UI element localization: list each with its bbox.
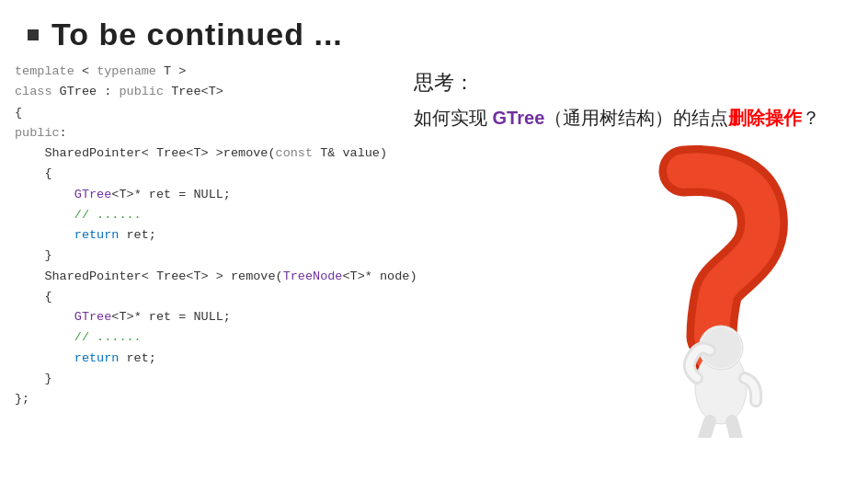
- question-gtree: GTree: [493, 108, 545, 128]
- code-line-12: }: [15, 246, 386, 266]
- main-content: template < typename T > class GTree : pu…: [0, 62, 868, 410]
- question-delete: 删除操作: [728, 108, 802, 128]
- code-line-6: {: [15, 164, 386, 184]
- question-part2: （通用树结构）的结点: [544, 108, 728, 128]
- question-part1: 如何实现: [414, 108, 493, 128]
- think-label: 思考：: [414, 69, 840, 97]
- code-line-14: SharedPointer< Tree<T> > remove(TreeNode…: [15, 267, 386, 287]
- code-line-18: // ......: [15, 327, 386, 348]
- code-line-20: return ret;: [15, 349, 386, 369]
- code-line-22: };: [15, 389, 386, 409]
- header: To be continued ...: [0, 0, 868, 62]
- code-line-9: // ......: [15, 205, 386, 225]
- code-line-5: SharedPointer< Tree<T> >remove(const T& …: [15, 143, 386, 164]
- right-panel: 思考： 如何实现 GTree（通用树结构）的结点删除操作？: [395, 62, 859, 410]
- code-block: template < typename T > class GTree : pu…: [9, 62, 395, 410]
- code-line-3: {: [15, 103, 386, 123]
- code-line-4: public:: [15, 123, 386, 143]
- think-question: 如何实现 GTree（通用树结构）的结点删除操作？: [414, 104, 840, 132]
- code-line-2: class GTree : public Tree<T>: [15, 82, 386, 102]
- code-line-11: return ret;: [15, 225, 386, 246]
- bullet-icon: [28, 29, 39, 40]
- question-figure-svg: [546, 143, 840, 438]
- figure-container: [546, 143, 840, 438]
- code-line-7: GTree<T>* ret = NULL;: [15, 185, 386, 205]
- question-part3: ？: [802, 108, 820, 128]
- code-line-21: }: [15, 369, 386, 389]
- page-title: To be continued ...: [51, 17, 343, 52]
- code-line-1: template < typename T >: [15, 62, 386, 82]
- code-line-16: GTree<T>* ret = NULL;: [15, 307, 386, 327]
- code-line-15: {: [15, 287, 386, 307]
